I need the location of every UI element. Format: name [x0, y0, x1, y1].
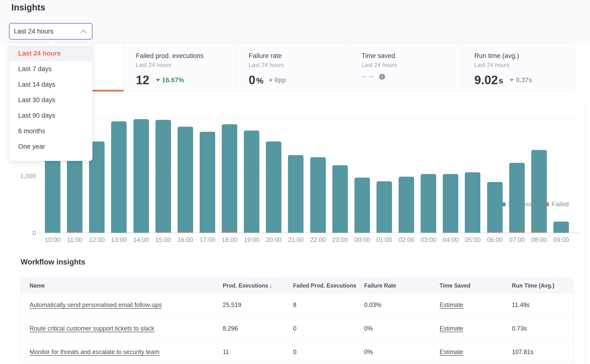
y-axis-tick: [37, 233, 43, 233]
bar-15:00: [156, 120, 171, 233]
summary-card-failed-prod-executions[interactable]: Failed prod. executionsLast 24 hours1216…: [123, 43, 236, 91]
column-header-run-time-avg-[interactable]: Run Time (Avg.): [512, 278, 554, 293]
column-header-label: Failed Prod. Executions: [293, 282, 356, 289]
bar-04:00: [443, 174, 458, 233]
column-header-label: Run Time (Avg.): [512, 282, 554, 289]
failed-segment: [509, 232, 525, 233]
bar-16:00: [178, 127, 193, 233]
workflow-link[interactable]: Automatically send personalised email fo…: [30, 301, 162, 308]
info-icon[interactable]: i: [379, 74, 385, 80]
cell-failure-rate: 0%: [364, 317, 373, 340]
summary-card-failure-rate[interactable]: Failure rateLast 24 hours0%0pp: [236, 43, 349, 91]
column-header-time-saved[interactable]: Time Saved: [440, 278, 470, 293]
cell-time-saved-link: Estimate: [440, 317, 463, 340]
triangle-down-icon: [156, 79, 160, 82]
workflow-insights-table: NameProd. Executions↓Failed Prod. Execut…: [21, 278, 574, 364]
card-value-unit: s: [499, 76, 503, 86]
card-title: Failure rate: [249, 52, 349, 60]
bar-14:00: [133, 119, 149, 233]
bar-02:00: [399, 177, 414, 233]
failed-segment: [67, 232, 82, 233]
bar-21:00: [288, 155, 303, 233]
menu-option-last-7-days[interactable]: Last 7 days: [9, 61, 92, 77]
gridline-2000: [44, 119, 580, 119]
menu-option-last-14-days[interactable]: Last 14 days: [9, 77, 92, 92]
card-value-row: i: [361, 74, 462, 80]
estimate-link[interactable]: Estimate: [440, 301, 463, 308]
summary-card-run-time-avg[interactable]: Run time (avg.)Last 24 hours9.02s0.37s: [462, 43, 574, 91]
cell-failed-prod-executions: 8: [293, 293, 296, 317]
y-axis-label: 1,000: [0, 172, 36, 180]
table-row: Monitor for threats and escalate to secu…: [21, 340, 573, 364]
cell-name: Monitor for threats and escalate to secu…: [30, 340, 159, 364]
cell-run-time-avg: 107.81s: [512, 340, 533, 364]
card-subtitle: Last 24 hours: [474, 62, 574, 68]
card-value: 12: [136, 74, 149, 86]
failed-segment: [156, 232, 171, 233]
cell-prod-executions: 11: [223, 340, 229, 364]
chevron-up-icon: [80, 30, 87, 33]
summary-cards-row: Failed prod. executionsLast 24 hours1216…: [9, 43, 574, 92]
card-value: 9.02: [474, 74, 498, 86]
bar-19:00: [244, 131, 259, 233]
cell-run-time-avg: 0.73s: [512, 317, 527, 340]
card-value-row: 9.02s0.37s: [474, 74, 574, 86]
column-header-prod-executions[interactable]: Prod. Executions↓: [223, 278, 272, 293]
card-subtitle: Last 24 hours: [361, 62, 462, 68]
workflow-link[interactable]: Monitor for threats and escalate to secu…: [30, 348, 159, 356]
card-delta-text: 0pp: [274, 76, 286, 84]
legend-label: Failed: [552, 200, 569, 208]
sort-descending-icon: ↓: [269, 282, 272, 289]
scrollbar-track[interactable]: [584, 103, 585, 364]
estimate-link[interactable]: Estimate: [440, 325, 463, 332]
column-header-name[interactable]: Name: [30, 278, 45, 293]
failed-segment: [487, 232, 503, 233]
menu-option-last-30-days[interactable]: Last 30 days: [9, 92, 92, 108]
x-axis-line: [44, 233, 580, 233]
card-title: Run time (avg.): [474, 52, 574, 60]
bar-00:00: [354, 178, 370, 233]
column-header-failure-rate[interactable]: Failure Rate: [364, 278, 396, 293]
y-axis-tick: [37, 176, 43, 176]
column-header-failed-prod-executions[interactable]: Failed Prod. Executions: [293, 278, 356, 293]
bar-13:00: [111, 121, 127, 233]
time-range-dropdown-menu: Last 24 hoursLast 7 daysLast 14 daysLast…: [9, 43, 92, 161]
workflow-link[interactable]: Route critical customer support tickets …: [30, 325, 154, 332]
card-title: Failed prod. executions: [136, 52, 236, 60]
table-row: Automatically send personalised email fo…: [21, 293, 573, 317]
bar-09:00: [553, 222, 569, 233]
bar-17:00: [200, 132, 215, 233]
bar-05:00: [465, 172, 480, 233]
card-delta: 0pp: [270, 76, 286, 84]
page-title: Insights: [11, 2, 45, 13]
menu-option-6-months[interactable]: 6 months: [9, 123, 92, 139]
failed-segment: [178, 232, 193, 233]
column-header-label: Name: [30, 282, 45, 289]
cell-time-saved-link: Estimate: [440, 340, 463, 364]
x-axis-label: 09:00: [544, 236, 578, 244]
summary-card-time-saved[interactable]: Time savedLast 24 hoursi: [349, 43, 462, 91]
bar-03:00: [421, 174, 436, 233]
cell-name: Route critical customer support tickets …: [30, 317, 154, 340]
card-delta: 16.67%: [156, 76, 184, 84]
legend-item-failed[interactable]: Failed: [545, 200, 569, 208]
menu-option-last-24-hours[interactable]: Last 24 hours: [9, 46, 92, 61]
menu-option-one-year[interactable]: One year: [9, 139, 92, 154]
card-delta-text: 0.37s: [516, 76, 532, 84]
menu-option-last-90-days[interactable]: Last 90 days: [9, 108, 92, 123]
time-range-select[interactable]: Last 24 hours: [9, 23, 92, 40]
cell-prod-executions: 25,519: [223, 293, 241, 317]
estimate-link[interactable]: Estimate: [440, 348, 463, 356]
cell-time-saved-link: Estimate: [440, 293, 463, 317]
card-value-unit: %: [256, 76, 263, 86]
bar-20:00: [266, 141, 281, 233]
y-axis-label: 0: [0, 229, 36, 237]
empty-value-dashes: [361, 76, 374, 77]
time-range-selected-label: Last 24 hours: [14, 28, 54, 35]
bar-08:00: [531, 150, 547, 233]
workflow-insights-heading: Workflow insights: [21, 258, 85, 266]
bar-23:00: [332, 165, 348, 233]
triangle-down-icon: [509, 79, 514, 82]
bar-22:00: [310, 157, 326, 233]
cell-failure-rate: 0%: [364, 340, 373, 364]
